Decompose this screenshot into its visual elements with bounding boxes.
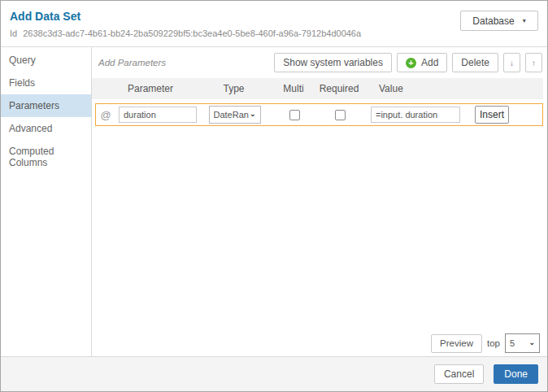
- top-label: top: [487, 338, 500, 348]
- add-data-set-dialog: Add Data Set Database ▾ Id2638c3d3-adc7-…: [0, 0, 548, 392]
- dialog-footer: Cancel Done: [1, 356, 547, 391]
- type-select-value: DateRan: [214, 110, 249, 120]
- parameters-toolbar: Add Parameters Show system variables + A…: [92, 47, 547, 78]
- cancel-button[interactable]: Cancel: [434, 364, 484, 384]
- main-spacer: [92, 126, 547, 333]
- column-header-type: Type: [199, 83, 268, 94]
- show-system-variables-button[interactable]: Show system variables: [274, 53, 392, 72]
- sidebar-item-computed-columns[interactable]: Computed Columns: [1, 140, 91, 174]
- value-input[interactable]: [371, 107, 460, 123]
- required-checkbox[interactable]: [335, 110, 346, 120]
- add-button-label: Add: [421, 57, 438, 68]
- top-count-select[interactable]: 5 ⌄: [505, 333, 540, 353]
- dialog-body: Query Fields Parameters Advanced Compute…: [1, 47, 547, 356]
- chevron-down-icon: ⌄: [528, 338, 535, 346]
- caret-down-icon: ▾: [523, 17, 526, 24]
- column-header-required: Required: [319, 83, 359, 94]
- database-dropdown-label: Database: [472, 15, 514, 27]
- sidebar-item-query[interactable]: Query: [1, 49, 91, 72]
- page-title: Add Data Set: [10, 10, 538, 23]
- preview-button[interactable]: Preview: [431, 334, 482, 353]
- id-value: 2638c3d3-adc7-4b61-bb24-2ba509229bf5:bc3…: [23, 28, 361, 38]
- sidebar-item-advanced[interactable]: Advanced: [1, 117, 91, 140]
- add-plus-icon: +: [406, 58, 416, 68]
- id-label: Id: [10, 28, 17, 38]
- column-header-value: Value: [359, 83, 470, 94]
- done-button[interactable]: Done: [494, 364, 538, 384]
- column-header-multi: Multi: [268, 83, 319, 94]
- move-down-button[interactable]: ↓: [503, 53, 520, 72]
- chevron-down-icon: ⌄: [250, 110, 256, 118]
- sidebar-item-parameters[interactable]: Parameters: [1, 94, 91, 117]
- dialog-header: Add Data Set Database ▾ Id2638c3d3-adc7-…: [1, 1, 547, 47]
- top-count-value: 5: [510, 338, 515, 348]
- parameter-row: @ DateRan ⌄ Insert: [95, 103, 543, 126]
- type-select[interactable]: DateRan ⌄: [209, 106, 261, 124]
- insert-button[interactable]: Insert: [475, 106, 509, 124]
- add-parameter-button[interactable]: + Add: [397, 53, 447, 72]
- delete-button[interactable]: Delete: [452, 53, 498, 72]
- sidebar-item-fields[interactable]: Fields: [1, 72, 91, 94]
- arrow-down-icon: ↓: [510, 59, 514, 68]
- preview-bar: Preview top 5 ⌄: [92, 333, 540, 353]
- arrow-up-icon: ↑: [532, 59, 536, 68]
- parameters-panel: Add Parameters Show system variables + A…: [92, 47, 547, 356]
- multi-checkbox[interactable]: [289, 110, 300, 120]
- dataset-id-line: Id2638c3d3-adc7-4b61-bb24-2ba509229bf5:b…: [10, 28, 538, 38]
- parameters-table-header: Parameter Type Multi Required Value: [92, 78, 543, 99]
- column-header-parameter: Parameter: [115, 83, 199, 94]
- parameter-prefix: @: [96, 109, 115, 121]
- parameter-name-input[interactable]: [119, 107, 197, 123]
- move-up-button[interactable]: ↑: [525, 53, 542, 72]
- sidebar: Query Fields Parameters Advanced Compute…: [1, 47, 92, 356]
- database-dropdown-button[interactable]: Database ▾: [460, 11, 538, 31]
- section-label: Add Parameters: [98, 58, 166, 68]
